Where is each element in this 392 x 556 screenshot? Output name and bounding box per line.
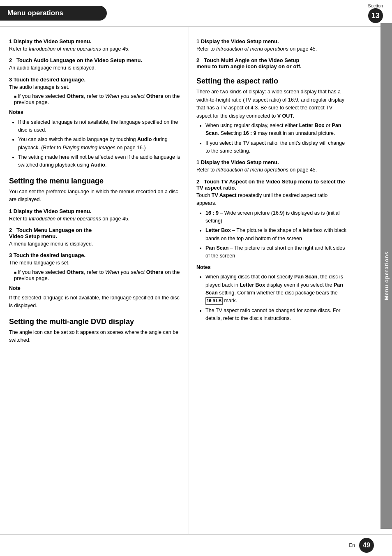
- step1b-heading: 1 Display the Video Setup menu.: [9, 208, 181, 214]
- step2d-body: Touch TV Aspect repeatedly until the des…: [196, 192, 348, 208]
- section-title: Menu operations: [0, 6, 107, 21]
- step3a-note-list: If you have selected Others, refer to Wh…: [9, 93, 181, 105]
- step3a-note-item: If you have selected Others, refer to Wh…: [14, 93, 181, 105]
- aspect-bullet1: When using regular display, select eithe…: [205, 122, 348, 138]
- step3b-note-item: If you have selected Others, refer to Wh…: [14, 269, 181, 281]
- step3a-heading: 3 Touch the desired language.: [9, 76, 181, 83]
- right-column: 1 Display the Video Setup menu. Refer to…: [189, 27, 368, 534]
- step2d-heading: 2 Touch TV Aspect on the Video Setup men…: [196, 178, 348, 191]
- step1c-heading: 1 Display the Video Setup menu.: [196, 38, 348, 44]
- step2b-heading: 2 Touch Menu Language on theVideo Setup …: [9, 227, 181, 239]
- step3a-body: The audio language is set.: [9, 83, 181, 91]
- step2a-heading: 2 Touch Audio Language on the Video Setu…: [9, 57, 181, 63]
- step1d-body: Refer to Introduction of menu operations…: [196, 166, 348, 174]
- note-d-item1: When playing discs that do not specify P…: [205, 273, 348, 305]
- step1b-body: Refer to Introduction of menu operations…: [9, 215, 181, 223]
- page: Menu operations Section 13 Menu operatio…: [0, 0, 392, 556]
- aspect-bullet2: If you select the TV aspect ratio, the u…: [205, 139, 348, 155]
- note-b-body: If the selected language is not availabl…: [9, 294, 181, 310]
- step2c-heading: 2 Touch Multi Angle on the Video Setupme…: [196, 57, 348, 70]
- section-number: 13: [368, 8, 383, 23]
- note-a-item2: You can also switch the audio language b…: [18, 136, 181, 152]
- aspect-options-list: 16 : 9 – Wide screen picture (16:9) is d…: [196, 209, 348, 260]
- step3b-note-list: If you have selected Others, refer to Wh…: [9, 269, 181, 281]
- aspect-bullets: When using regular display, select eithe…: [196, 122, 348, 155]
- notes-list-d: When playing discs that do not specify P…: [196, 273, 348, 322]
- aspect-option2: Letter Box – The picture is the shape of…: [205, 227, 348, 243]
- left-column: 1 Display the Video Setup menu. Refer to…: [0, 27, 189, 534]
- page-header: Menu operations Section 13: [0, 0, 392, 27]
- step2a-body: An audio language menu is displayed.: [9, 64, 181, 72]
- notes-label-a: Notes: [9, 109, 181, 116]
- aspect-option3: Pan Scan – The picture is cut short on t…: [205, 244, 348, 260]
- step3b-body: The menu language is set.: [9, 259, 181, 267]
- main-content: 1 Display the Video Setup menu. Refer to…: [0, 27, 392, 534]
- aspect-intro: There are two kinds of display: a wide s…: [196, 88, 348, 120]
- aspect-option1: 16 : 9 – Wide screen picture (16:9) is d…: [205, 209, 348, 225]
- multi-angle-intro: The angle icon can be set so it appears …: [9, 329, 181, 345]
- menu-lang-intro: You can set the preferred language in wh…: [9, 188, 181, 204]
- sidebar-label: Menu operations: [383, 251, 390, 300]
- page-footer: En 49: [0, 534, 392, 556]
- note-a-item3: The setting made here will not be affect…: [18, 153, 181, 169]
- footer-lang: En: [349, 542, 355, 548]
- note-a-item1: If the selected language is not availabl…: [18, 118, 181, 134]
- step1a-heading: 1 Display the Video Setup menu.: [9, 38, 181, 44]
- sidebar: Menu operations: [380, 23, 392, 529]
- footer-page-num: 49: [359, 538, 374, 553]
- section-menu-lang-heading: Setting the menu language: [9, 177, 181, 185]
- note-d-item2: The TV aspect ratio cannot be changed fo…: [205, 307, 348, 323]
- notes-label-d: Notes: [196, 264, 348, 271]
- section-badge: Section 13: [368, 3, 383, 23]
- note-label-b: Note: [9, 285, 181, 292]
- step1c-body: Refer to Introduction of menu operations…: [196, 45, 348, 53]
- section-aspect-heading: Setting the aspect ratio: [196, 77, 348, 86]
- step2b-body: A menu language menu is displayed.: [9, 240, 181, 248]
- section-label: Section: [368, 3, 383, 8]
- step3b-heading: 3 Touch the desired language.: [9, 252, 181, 258]
- step1d-heading: 1 Display the Video Setup menu.: [196, 159, 348, 165]
- section-multi-angle-heading: Setting the multi-angle DVD display: [9, 317, 181, 326]
- step1a-body: Refer to Introduction of menu operations…: [9, 45, 181, 53]
- notes-list-a: If the selected language is not availabl…: [9, 118, 181, 169]
